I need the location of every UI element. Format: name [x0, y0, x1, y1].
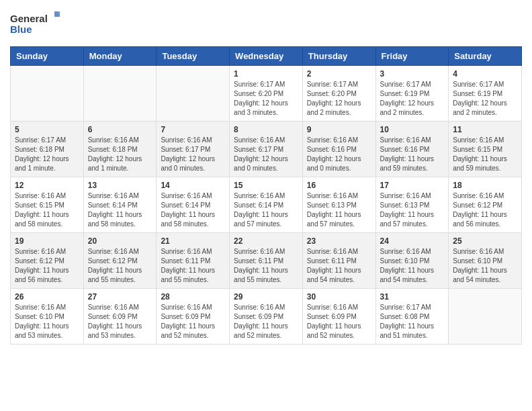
day-info: Sunrise: 6:16 AMSunset: 6:15 PMDaylight:… [15, 191, 79, 229]
calendar-cell: 27Sunrise: 6:16 AMSunset: 6:09 PMDayligh… [83, 288, 157, 344]
day-info: Sunrise: 6:17 AMSunset: 6:08 PMDaylight:… [380, 303, 445, 340]
weekday-header-saturday: Saturday [449, 46, 522, 65]
day-info: Sunrise: 6:16 AMSunset: 6:09 PMDaylight:… [307, 303, 371, 340]
calendar-cell [11, 65, 84, 121]
logo-container: General Blue [10, 10, 64, 40]
calendar-cell: 15Sunrise: 6:16 AMSunset: 6:14 PMDayligh… [230, 177, 303, 232]
day-number: 2 [307, 69, 371, 79]
calendar-cell: 19Sunrise: 6:16 AMSunset: 6:12 PMDayligh… [11, 232, 84, 288]
day-info: Sunrise: 6:17 AMSunset: 6:19 PMDaylight:… [453, 80, 517, 118]
calendar-cell: 7Sunrise: 6:16 AMSunset: 6:17 PMDaylight… [157, 121, 230, 177]
calendar-cell: 14Sunrise: 6:16 AMSunset: 6:14 PMDayligh… [157, 177, 230, 232]
weekday-header-monday: Monday [83, 46, 157, 65]
weekday-header-friday: Friday [375, 46, 449, 65]
day-number: 23 [307, 236, 371, 246]
calendar-cell [83, 65, 157, 121]
day-number: 4 [453, 69, 517, 79]
day-info: Sunrise: 6:16 AMSunset: 6:14 PMDaylight:… [234, 191, 298, 229]
calendar-cell: 26Sunrise: 6:16 AMSunset: 6:10 PMDayligh… [11, 288, 84, 344]
day-number: 28 [161, 292, 225, 302]
day-number: 16 [307, 181, 371, 190]
calendar-week-row: 26Sunrise: 6:16 AMSunset: 6:10 PMDayligh… [11, 288, 522, 344]
calendar-cell: 20Sunrise: 6:16 AMSunset: 6:12 PMDayligh… [83, 232, 157, 288]
calendar-cell: 17Sunrise: 6:16 AMSunset: 6:13 PMDayligh… [375, 177, 449, 232]
day-number: 17 [380, 181, 445, 190]
calendar-cell: 12Sunrise: 6:16 AMSunset: 6:15 PMDayligh… [11, 177, 84, 232]
calendar-cell: 9Sunrise: 6:16 AMSunset: 6:16 PMDaylight… [302, 121, 375, 177]
calendar-week-row: 12Sunrise: 6:16 AMSunset: 6:15 PMDayligh… [11, 177, 522, 232]
calendar-cell [157, 65, 230, 121]
calendar-cell: 11Sunrise: 6:16 AMSunset: 6:15 PMDayligh… [449, 121, 522, 177]
day-info: Sunrise: 6:16 AMSunset: 6:12 PMDaylight:… [15, 247, 79, 285]
day-number: 31 [380, 292, 445, 302]
day-number: 9 [307, 125, 371, 134]
day-info: Sunrise: 6:16 AMSunset: 6:09 PMDaylight:… [161, 303, 225, 340]
calendar-week-row: 19Sunrise: 6:16 AMSunset: 6:12 PMDayligh… [11, 232, 522, 288]
calendar-cell: 1Sunrise: 6:17 AMSunset: 6:20 PMDaylight… [230, 65, 303, 121]
day-info: Sunrise: 6:16 AMSunset: 6:17 PMDaylight:… [161, 136, 225, 173]
calendar-cell: 29Sunrise: 6:16 AMSunset: 6:09 PMDayligh… [230, 288, 303, 344]
calendar-table: SundayMondayTuesdayWednesdayThursdayFrid… [10, 46, 522, 345]
day-number: 29 [234, 292, 298, 302]
logo: General Blue [10, 10, 64, 40]
calendar-cell: 8Sunrise: 6:16 AMSunset: 6:17 PMDaylight… [230, 121, 303, 177]
day-info: Sunrise: 6:16 AMSunset: 6:18 PMDaylight:… [88, 136, 152, 173]
calendar-cell [449, 288, 522, 344]
day-number: 1 [234, 69, 298, 79]
day-number: 6 [88, 125, 152, 134]
weekday-header-wednesday: Wednesday [230, 46, 303, 65]
calendar-header-row: SundayMondayTuesdayWednesdayThursdayFrid… [11, 46, 522, 65]
day-info: Sunrise: 6:17 AMSunset: 6:19 PMDaylight:… [380, 80, 445, 118]
day-info: Sunrise: 6:16 AMSunset: 6:17 PMDaylight:… [234, 136, 298, 173]
day-number: 3 [380, 69, 445, 79]
calendar-cell: 10Sunrise: 6:16 AMSunset: 6:16 PMDayligh… [375, 121, 449, 177]
day-info: Sunrise: 6:16 AMSunset: 6:10 PMDaylight:… [15, 303, 79, 340]
calendar-cell: 31Sunrise: 6:17 AMSunset: 6:08 PMDayligh… [375, 288, 449, 344]
day-info: Sunrise: 6:16 AMSunset: 6:14 PMDaylight:… [161, 191, 225, 229]
calendar-week-row: 1Sunrise: 6:17 AMSunset: 6:20 PMDaylight… [11, 65, 522, 121]
day-info: Sunrise: 6:16 AMSunset: 6:10 PMDaylight:… [380, 247, 445, 285]
day-number: 22 [234, 236, 298, 246]
calendar-cell: 21Sunrise: 6:16 AMSunset: 6:11 PMDayligh… [157, 232, 230, 288]
day-info: Sunrise: 6:16 AMSunset: 6:16 PMDaylight:… [380, 136, 445, 173]
day-info: Sunrise: 6:16 AMSunset: 6:11 PMDaylight:… [234, 247, 298, 285]
day-info: Sunrise: 6:16 AMSunset: 6:12 PMDaylight:… [453, 191, 517, 229]
day-info: Sunrise: 6:16 AMSunset: 6:11 PMDaylight:… [307, 247, 371, 285]
day-number: 10 [380, 125, 445, 134]
day-info: Sunrise: 6:16 AMSunset: 6:10 PMDaylight:… [453, 247, 517, 285]
day-number: 14 [161, 181, 225, 190]
weekday-header-sunday: Sunday [11, 46, 84, 65]
calendar-cell: 24Sunrise: 6:16 AMSunset: 6:10 PMDayligh… [375, 232, 449, 288]
weekday-header-thursday: Thursday [302, 46, 375, 65]
day-info: Sunrise: 6:17 AMSunset: 6:20 PMDaylight:… [307, 80, 371, 118]
calendar-cell: 28Sunrise: 6:16 AMSunset: 6:09 PMDayligh… [157, 288, 230, 344]
day-number: 19 [15, 236, 79, 246]
calendar-cell: 2Sunrise: 6:17 AMSunset: 6:20 PMDaylight… [302, 65, 375, 121]
svg-text:Blue: Blue [10, 24, 32, 35]
weekday-header-tuesday: Tuesday [157, 46, 230, 65]
calendar-cell: 30Sunrise: 6:16 AMSunset: 6:09 PMDayligh… [302, 288, 375, 344]
calendar-week-row: 5Sunrise: 6:17 AMSunset: 6:18 PMDaylight… [11, 121, 522, 177]
day-info: Sunrise: 6:17 AMSunset: 6:18 PMDaylight:… [15, 136, 79, 173]
svg-text:General: General [10, 13, 48, 24]
day-info: Sunrise: 6:16 AMSunset: 6:09 PMDaylight:… [234, 303, 298, 340]
day-info: Sunrise: 6:17 AMSunset: 6:20 PMDaylight:… [234, 80, 298, 118]
day-info: Sunrise: 6:16 AMSunset: 6:14 PMDaylight:… [88, 191, 152, 229]
day-info: Sunrise: 6:16 AMSunset: 6:09 PMDaylight:… [88, 303, 152, 340]
day-number: 27 [88, 292, 152, 302]
day-number: 24 [380, 236, 445, 246]
calendar-cell: 4Sunrise: 6:17 AMSunset: 6:19 PMDaylight… [449, 65, 522, 121]
day-info: Sunrise: 6:16 AMSunset: 6:11 PMDaylight:… [161, 247, 225, 285]
day-number: 25 [453, 236, 517, 246]
calendar-cell: 6Sunrise: 6:16 AMSunset: 6:18 PMDaylight… [83, 121, 157, 177]
day-number: 7 [161, 125, 225, 134]
day-number: 21 [161, 236, 225, 246]
day-info: Sunrise: 6:16 AMSunset: 6:16 PMDaylight:… [307, 136, 371, 173]
page-header: General Blue [10, 10, 522, 40]
day-number: 11 [453, 125, 517, 134]
day-number: 30 [307, 292, 371, 302]
calendar-cell: 25Sunrise: 6:16 AMSunset: 6:10 PMDayligh… [449, 232, 522, 288]
calendar-cell: 22Sunrise: 6:16 AMSunset: 6:11 PMDayligh… [230, 232, 303, 288]
calendar-cell: 3Sunrise: 6:17 AMSunset: 6:19 PMDaylight… [375, 65, 449, 121]
day-info: Sunrise: 6:16 AMSunset: 6:15 PMDaylight:… [453, 136, 517, 173]
